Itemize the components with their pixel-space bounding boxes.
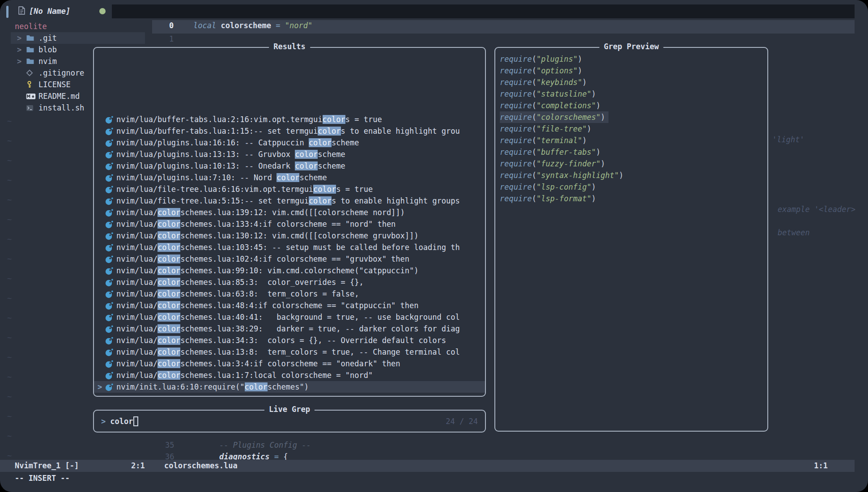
- lua-icon: [105, 267, 113, 275]
- result-row[interactable]: >nvim/init.lua:6:10:require("colorscheme…: [94, 381, 485, 393]
- preview-line[interactable]: require("syntax-highlight"): [495, 170, 767, 181]
- result-row[interactable]: nvim/lua/colorschemes.lua:103:45: -- set…: [94, 242, 485, 253]
- results-panel: Results nvim/lua/buffer-tabs.lua:2:16:vi…: [93, 47, 486, 397]
- result-row[interactable]: nvim/lua/colorschemes.lua:85:3: color_ov…: [94, 276, 485, 288]
- lua-icon: [105, 185, 113, 193]
- preview-line[interactable]: require("plugins"): [495, 53, 767, 65]
- result-row[interactable]: nvim/lua/plugins.lua:7:10: -- Nord color…: [94, 172, 485, 183]
- folder-icon: [26, 56, 36, 66]
- tree-item--git[interactable]: >.git: [11, 32, 145, 44]
- preview-line[interactable]: require("colorschemes"): [495, 111, 767, 123]
- results-panel-title: Results: [269, 42, 310, 51]
- tilde-marker: ~: [7, 332, 12, 352]
- tilde-marker: ~: [7, 194, 12, 214]
- tree-item-label: blob: [38, 44, 57, 55]
- lua-icon: [105, 220, 113, 228]
- lua-icon: [105, 301, 113, 310]
- match-highlight: color: [157, 278, 180, 287]
- lua-icon: [105, 139, 113, 147]
- result-row[interactable]: nvim/lua/colorschemes.lua:13:8: term_col…: [94, 346, 485, 358]
- tilde-marker: ~: [7, 430, 12, 450]
- grep-preview-list: require("plugins")require("options")requ…: [495, 53, 767, 204]
- lua-icon: [105, 232, 113, 240]
- preview-line[interactable]: require("file-tree"): [495, 123, 767, 135]
- result-row[interactable]: nvim/lua/colorschemes.lua:34:3: colors =…: [94, 335, 485, 346]
- result-row[interactable]: nvim/lua/colorschemes.lua:139:12: vim.cm…: [94, 207, 485, 218]
- result-text: nvim/lua/colorschemes.lua:103:45: -- set…: [116, 242, 460, 253]
- match-highlight: color: [295, 161, 318, 170]
- tilde-marker: ~: [7, 253, 12, 273]
- preview-line[interactable]: require("keybinds"): [495, 76, 767, 88]
- prompt-icon: >: [101, 417, 106, 426]
- tilde-marker: ~: [7, 352, 12, 371]
- chevron-right-icon[interactable]: >: [17, 44, 21, 55]
- result-text: nvim/lua/plugins.lua:7:10: -- Nord color…: [116, 172, 327, 183]
- result-row[interactable]: nvim/lua/colorschemes.lua:3:4:if colorsc…: [94, 358, 485, 369]
- buffer-tab-label: [No Name]: [29, 7, 70, 16]
- result-text: nvim/lua/colorschemes.lua:130:12: vim.cm…: [116, 230, 419, 242]
- grep-preview-panel-title: Grep Preview: [600, 42, 664, 51]
- tree-item-label: .gitignore: [38, 67, 84, 79]
- ghost-text: example '<leader>: [778, 205, 855, 214]
- result-row[interactable]: nvim/lua/colorschemes.lua:38:29: darker …: [94, 323, 485, 335]
- gitignore-icon: [26, 68, 36, 78]
- preview-line[interactable]: require("options"): [495, 65, 767, 76]
- tilde-marker: ~: [7, 115, 12, 135]
- result-row[interactable]: nvim/lua/colorschemes.lua:130:12: vim.cm…: [94, 230, 485, 242]
- tilde-marker: ~: [7, 371, 12, 391]
- result-row[interactable]: nvim/lua/colorschemes.lua:48:4:if colors…: [94, 300, 485, 311]
- result-text: nvim/lua/colorschemes.lua:3:4:if colorsc…: [116, 358, 400, 369]
- lua-icon: [105, 383, 113, 391]
- markdown-icon: [26, 91, 36, 101]
- terminal-icon: [26, 103, 36, 113]
- preview-line[interactable]: require("completions"): [495, 100, 767, 111]
- chevron-right-icon[interactable]: >: [17, 32, 21, 44]
- result-text: nvim/lua/plugins.lua:10:13: -- Onedark c…: [116, 160, 345, 172]
- chevron-right-icon[interactable]: >: [17, 55, 21, 67]
- match-highlight: color: [157, 231, 180, 240]
- preview-line[interactable]: require("buffer-tabs"): [495, 146, 767, 158]
- results-list: nvim/lua/buffer-tabs.lua:2:16:vim.opt.te…: [94, 114, 485, 393]
- result-row[interactable]: nvim/lua/plugins.lua:13:13: -- Gruvbox c…: [94, 148, 485, 160]
- result-row[interactable]: nvim/lua/buffer-tabs.lua:1:15:-- set ter…: [94, 125, 485, 137]
- result-row[interactable]: nvim/lua/colorschemes.lua:102:4:if color…: [94, 253, 485, 265]
- result-row[interactable]: nvim/lua/plugins.lua:10:13: -- Onedark c…: [94, 160, 485, 172]
- result-text: nvim/lua/buffer-tabs.lua:2:16:vim.opt.te…: [116, 114, 382, 125]
- result-text: nvim/lua/colorschemes.lua:85:3: color_ov…: [116, 276, 364, 288]
- lua-icon: [105, 243, 113, 251]
- buffer-tab[interactable]: [No Name]: [18, 4, 70, 18]
- background-code-line: -- Plugins Config --: [219, 441, 311, 450]
- match-highlight: color: [309, 196, 332, 205]
- live-grep-input[interactable]: > color: [101, 411, 138, 432]
- result-row[interactable]: nvim/lua/colorschemes.lua:133:4:if color…: [94, 218, 485, 230]
- statusline-filename: colorschemes.lua: [164, 460, 238, 472]
- editor-code-line[interactable]: local colorscheme = "nord": [193, 21, 312, 30]
- preview-line[interactable]: require("lsp-config"): [495, 181, 767, 193]
- result-row[interactable]: nvim/lua/file-tree.lua:6:16:vim.opt.term…: [94, 183, 485, 195]
- result-row[interactable]: nvim/lua/colorschemes.lua:1:7:local colo…: [94, 369, 485, 381]
- result-row[interactable]: nvim/lua/colorschemes.lua:99:10: vim.cmd…: [94, 265, 485, 276]
- preview-line[interactable]: require("terminal"): [495, 135, 767, 146]
- tilde-marker: ~: [7, 233, 12, 253]
- preview-line[interactable]: require("statusline"): [495, 88, 767, 100]
- result-row[interactable]: nvim/lua/colorschemes.lua:40:41: backgro…: [94, 311, 485, 323]
- tree-item-label: README.md: [38, 90, 80, 102]
- match-highlight: color: [309, 138, 332, 147]
- statusline-buffer: NvimTree_1 [-]: [15, 460, 79, 472]
- preview-line[interactable]: require("fuzzy-finder"): [495, 158, 767, 170]
- result-row[interactable]: nvim/lua/buffer-tabs.lua:2:16:vim.opt.te…: [94, 114, 485, 125]
- result-text: nvim/lua/colorschemes.lua:139:12: vim.cm…: [116, 207, 405, 218]
- result-row[interactable]: nvim/lua/colorschemes.lua:63:8: term_col…: [94, 288, 485, 300]
- result-row[interactable]: nvim/lua/plugins.lua:16:16: -- Catppucci…: [94, 137, 485, 148]
- preview-line[interactable]: require("lsp-format"): [495, 193, 767, 204]
- result-row[interactable]: nvim/lua/file-tree.lua:5:15:-- set termg…: [94, 195, 485, 207]
- lua-icon: [105, 150, 113, 158]
- match-highlight: color: [318, 127, 340, 136]
- line-number-1: 1: [169, 34, 174, 43]
- document-icon: [18, 6, 26, 17]
- tree-item-label: LICENSE: [38, 79, 71, 90]
- match-highlight: color: [313, 185, 336, 194]
- result-text: nvim/lua/plugins.lua:13:13: -- Gruvbox c…: [116, 148, 345, 160]
- match-highlight: color: [157, 289, 180, 298]
- lua-icon: [105, 115, 113, 123]
